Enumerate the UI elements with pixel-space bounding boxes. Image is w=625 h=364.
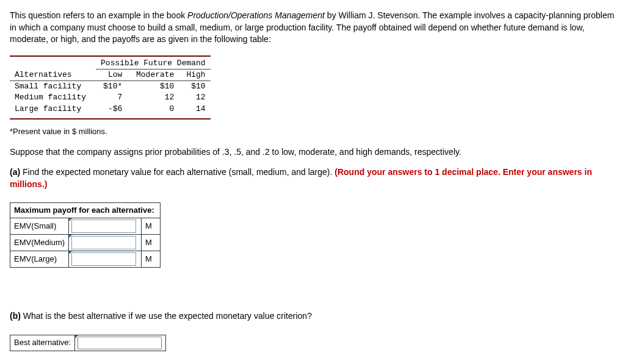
emv-table-title: Maximum payoff for each alternative: (10, 203, 161, 218)
probability-line: Suppose that the company assigns prior p… (10, 146, 615, 159)
payoff-row-label: Large facility (10, 104, 96, 115)
table-row: EMV(Small) M (10, 218, 161, 235)
emv-row-label: EMV(Medium) (10, 235, 69, 251)
part-a-text: Find the expected monetary value for eac… (20, 167, 334, 177)
payoff-row-label: Small facility (10, 81, 96, 93)
part-a-label: (a) (10, 167, 20, 177)
input-marker-icon (69, 235, 72, 238)
emv-answer-table: Maximum payoff for each alternative: EMV… (10, 202, 161, 268)
payoff-cell: $10 (179, 81, 210, 93)
payoff-col-high: High (179, 69, 210, 80)
payoff-col-alternatives: Alternatives (10, 69, 96, 80)
emv-row-label: EMV(Small) (10, 218, 69, 235)
input-marker-icon (75, 335, 78, 338)
emv-unit: M (142, 251, 161, 268)
intro-text-before: This question refers to an example in th… (10, 10, 187, 20)
payoff-table: Possible Future Demand Alternatives Low … (10, 58, 211, 115)
payoff-col-low: Low (96, 69, 127, 80)
payoff-table-wrapper: Possible Future Demand Alternatives Low … (10, 55, 211, 120)
best-alternative-input[interactable] (78, 337, 162, 349)
table-row: EMV(Medium) M (10, 235, 161, 251)
best-alt-label: Best alternative: (10, 335, 75, 351)
payoff-cell: $10 (127, 81, 179, 93)
intro-italic: Production/Operations Management (187, 10, 325, 20)
payoff-cell: -$6 (96, 104, 127, 115)
part-b: (b) What is the best alternative if we u… (10, 310, 615, 323)
best-alternative-table: Best alternative: (10, 335, 166, 351)
payoff-header-group: Possible Future Demand (96, 58, 211, 70)
emv-row-label: EMV(Large) (10, 251, 69, 268)
input-marker-icon (69, 218, 72, 221)
part-b-text: What is the best alternative if we use t… (21, 311, 312, 321)
payoff-cell: 12 (127, 92, 179, 103)
part-b-label: (b) (10, 311, 21, 321)
payoff-cell: $10* (96, 81, 127, 93)
emv-large-input[interactable] (71, 252, 136, 266)
payoff-col-moderate: Moderate (127, 69, 179, 80)
payoff-row-label: Medium facility (10, 92, 96, 103)
emv-unit: M (142, 218, 161, 235)
emv-small-input[interactable] (71, 219, 136, 233)
payoff-cell: 7 (96, 92, 127, 103)
footnote: *Present value in $ millions. (10, 126, 615, 137)
table-row: EMV(Large) M (10, 251, 161, 268)
payoff-cell: 12 (179, 92, 210, 103)
payoff-cell: 0 (127, 104, 179, 115)
emv-unit: M (142, 235, 161, 251)
part-a: (a) Find the expected monetary value for… (10, 166, 615, 190)
emv-medium-input[interactable] (71, 236, 136, 249)
payoff-cell: 14 (179, 104, 210, 115)
intro-paragraph: This question refers to an example in th… (10, 10, 615, 46)
input-marker-icon (69, 251, 72, 254)
